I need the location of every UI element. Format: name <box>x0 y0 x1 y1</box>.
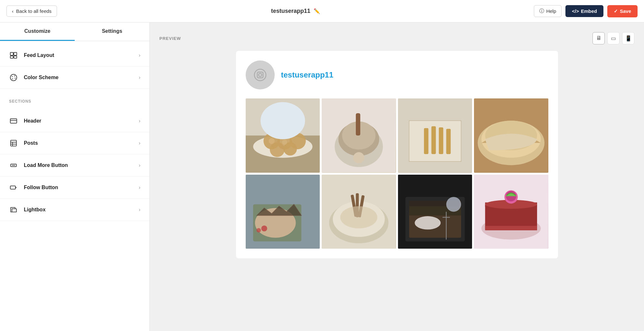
svg-point-58 <box>256 228 261 232</box>
mobile-icon: 📱 <box>625 35 632 42</box>
svg-point-22 <box>254 69 266 81</box>
photo-cell-5[interactable] <box>246 175 320 249</box>
svg-rect-46 <box>424 128 428 154</box>
topbar-left: ‹ Back to all feeds <box>6 5 57 17</box>
header-chevron: › <box>139 118 140 124</box>
posts-icon <box>9 139 18 148</box>
svg-point-24 <box>259 73 262 77</box>
edit-icon[interactable]: ✏️ <box>314 8 320 14</box>
sidebar-item-left: Load More Button <box>9 161 68 170</box>
photo-cell-1[interactable] <box>246 98 320 173</box>
svg-point-6 <box>14 76 15 77</box>
sidebar-item-left: Follow Button <box>9 183 58 192</box>
svg-marker-18 <box>15 187 17 188</box>
svg-point-32 <box>270 142 284 157</box>
svg-rect-11 <box>11 140 16 146</box>
svg-rect-48 <box>439 127 443 154</box>
photo-cell-7[interactable] <box>398 175 472 249</box>
layout-icon <box>9 51 18 60</box>
back-button[interactable]: ‹ Back to all feeds <box>6 5 57 17</box>
sidebar-item-header[interactable]: Header › <box>0 110 149 132</box>
svg-rect-2 <box>10 56 13 58</box>
help-circle-icon: ⓘ <box>539 8 544 14</box>
follow-button-label: Follow Button <box>24 185 58 190</box>
svg-point-25 <box>262 72 263 73</box>
sidebar: Customize Settings <box>0 23 150 331</box>
sidebar-item-left: Color Scheme <box>9 73 59 82</box>
tab-customize[interactable]: Customize <box>0 23 75 41</box>
mobile-view-button[interactable]: 📱 <box>622 32 634 44</box>
svg-point-35 <box>282 140 287 145</box>
sidebar-item-left: Posts <box>9 139 38 148</box>
posts-label: Posts <box>24 140 38 146</box>
embed-code-icon: </> <box>572 8 579 14</box>
save-button[interactable]: ✓ Save <box>607 5 638 17</box>
desktop-view-button[interactable]: 🖥 <box>592 32 605 44</box>
topbar-center: testuserapp11 ✏️ <box>271 8 320 14</box>
help-button[interactable]: ⓘ Help <box>534 5 562 17</box>
lightbox-chevron: › <box>139 207 140 213</box>
feed-title: testuserapp11 <box>271 8 310 14</box>
color-scheme-label: Color Scheme <box>24 75 59 80</box>
photo-grid <box>246 98 548 249</box>
photo-cell-6[interactable] <box>322 175 396 249</box>
lightbox-icon <box>9 205 18 214</box>
sidebar-item-color-scheme[interactable]: Color Scheme › <box>0 67 149 89</box>
embed-button[interactable]: </> Embed <box>565 5 603 17</box>
photo-cell-3[interactable] <box>398 98 472 173</box>
load-more-label: Load More Button <box>24 162 68 168</box>
svg-rect-9 <box>10 119 17 123</box>
preview-label: PREVIEW <box>159 36 181 41</box>
svg-point-42 <box>353 152 365 163</box>
back-label: Back to all feeds <box>16 8 52 14</box>
tab-settings[interactable]: Settings <box>75 23 149 41</box>
svg-point-36 <box>260 102 305 139</box>
svg-point-34 <box>269 138 274 144</box>
customization-section: Feed Layout › Color <box>0 41 149 92</box>
svg-point-7 <box>15 78 16 79</box>
feed-layout-chevron: › <box>139 52 140 58</box>
sidebar-item-load-more[interactable]: Load More Button › <box>0 154 149 177</box>
save-label: Save <box>620 8 631 14</box>
svg-rect-1 <box>14 52 17 55</box>
svg-rect-79 <box>485 226 537 230</box>
profile-header: testuserapp11 <box>246 60 548 89</box>
checkmark-icon: ✓ <box>614 8 618 14</box>
profile-name: testuserapp11 <box>281 70 334 79</box>
header-label: Header <box>24 118 41 124</box>
follow-icon <box>9 183 18 192</box>
topbar-right: ⓘ Help </> Embed ✓ Save <box>534 5 638 17</box>
sidebar-item-lightbox[interactable]: Lightbox › <box>0 199 149 221</box>
svg-point-8 <box>12 78 13 79</box>
back-arrow-icon: ‹ <box>12 8 14 14</box>
desktop-icon: 🖥 <box>596 35 601 41</box>
svg-point-5 <box>12 76 13 77</box>
header-icon <box>9 116 18 125</box>
feed-preview: testuserapp11 <box>236 51 558 258</box>
embed-label: Embed <box>581 8 597 14</box>
svg-point-71 <box>446 197 461 212</box>
photo-cell-8[interactable] <box>474 175 548 249</box>
profile-avatar <box>246 60 275 89</box>
svg-point-65 <box>340 206 377 228</box>
photo-cell-4[interactable] <box>474 98 548 173</box>
palette-icon <box>9 73 18 82</box>
tablet-icon: ▭ <box>611 35 616 42</box>
color-scheme-chevron: › <box>139 75 140 80</box>
svg-rect-23 <box>257 72 263 78</box>
sections-label: SECTIONS <box>0 92 149 107</box>
svg-rect-47 <box>431 126 436 154</box>
topbar: ‹ Back to all feeds testuserapp11 ✏️ ⓘ H… <box>0 0 644 23</box>
svg-rect-49 <box>446 129 450 154</box>
photo-cell-2[interactable] <box>322 98 396 173</box>
sections-section: Header › Posts › <box>0 107 149 224</box>
view-toggle: 🖥 ▭ 📱 <box>592 32 634 44</box>
tablet-view-button[interactable]: ▭ <box>607 32 620 44</box>
svg-point-57 <box>261 225 267 231</box>
sidebar-item-left: Header <box>9 116 41 125</box>
load-more-chevron: › <box>139 162 140 168</box>
sidebar-item-posts[interactable]: Posts › <box>0 132 149 154</box>
sidebar-item-feed-layout[interactable]: Feed Layout › <box>0 44 149 67</box>
follow-chevron: › <box>139 185 140 190</box>
sidebar-item-follow-button[interactable]: Follow Button › <box>0 177 149 199</box>
